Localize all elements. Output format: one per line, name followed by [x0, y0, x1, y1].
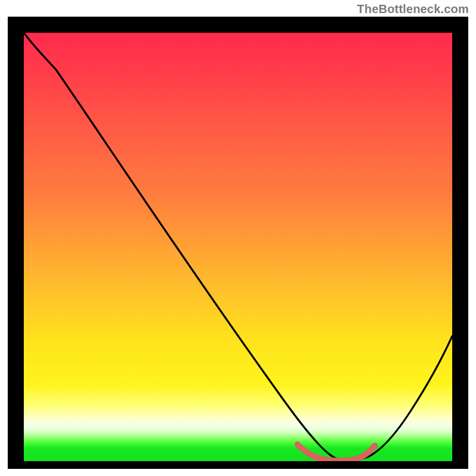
watermark-text: TheBottleneck.com: [357, 2, 469, 16]
bottleneck-curve: [24, 33, 452, 460]
chart-frame: [8, 17, 468, 469]
curve-layer: [24, 33, 452, 461]
plot-area: [24, 33, 452, 461]
optimal-band: [298, 444, 375, 461]
chart-stage: TheBottleneck.com: [0, 0, 476, 476]
